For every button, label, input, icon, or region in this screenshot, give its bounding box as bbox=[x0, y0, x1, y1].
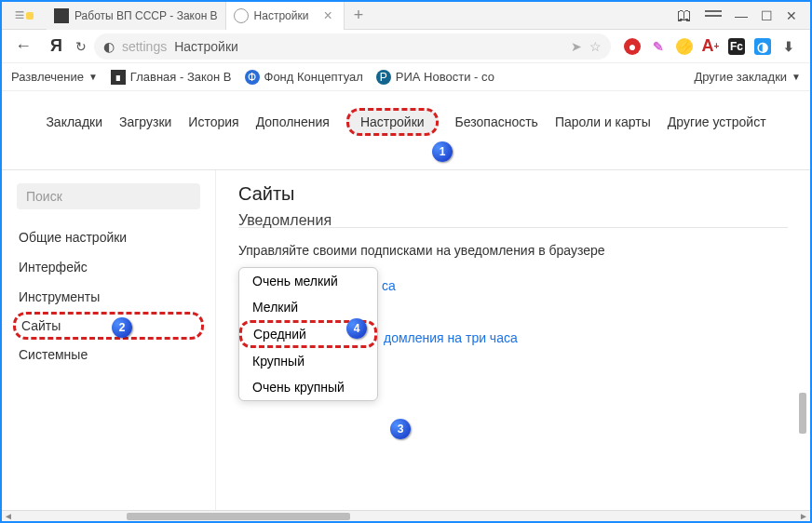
scroll-right-icon[interactable]: ► bbox=[797, 511, 810, 521]
font-option-very-large[interactable]: Очень крупный bbox=[239, 374, 377, 400]
omnibox-title: Настройки bbox=[174, 39, 238, 54]
sidebar-item-system[interactable]: Системные bbox=[2, 340, 215, 369]
navtab-settings[interactable]: Настройки bbox=[346, 108, 439, 136]
ext-shield-icon[interactable]: ◑ bbox=[754, 38, 771, 55]
tab-2-settings[interactable]: Настройки × bbox=[226, 2, 345, 30]
ext-icon-1[interactable]: ● bbox=[624, 38, 641, 55]
new-tab-button[interactable]: + bbox=[345, 6, 373, 25]
bookmark-2[interactable]: ∎ Главная - Закон В bbox=[111, 70, 232, 85]
bookmark-folder-1[interactable]: Развлечение▼ bbox=[11, 70, 98, 84]
sidebar-search[interactable]: Поиск bbox=[17, 183, 200, 209]
navtab-downloads[interactable]: Загрузки bbox=[119, 114, 171, 129]
bookmark2-favicon: ∎ bbox=[111, 70, 126, 85]
tab1-label: Работы ВП СССР - Закон В bbox=[74, 9, 218, 22]
annotation-marker-3: 3 bbox=[390, 419, 411, 439]
font-option-large[interactable]: Крупный bbox=[239, 348, 377, 374]
subsection-notifications: Уведомления bbox=[238, 212, 332, 228]
bookmarks-panel-icon[interactable]: 🕮 bbox=[677, 7, 692, 24]
downloads-icon[interactable]: ⬇ bbox=[780, 38, 797, 55]
section-description: Управляйте своими подписками на уведомле… bbox=[238, 243, 788, 258]
annotation-marker-2: 2 bbox=[112, 317, 132, 338]
send-icon[interactable]: ➤ bbox=[571, 39, 582, 54]
settings-main: Сайты Уведомления Управляйте своими подп… bbox=[216, 170, 810, 517]
bookmark3-favicon: Ф bbox=[245, 70, 260, 85]
sidebar-item-interface[interactable]: Интерфейс bbox=[2, 252, 215, 282]
font-option-very-small[interactable]: Очень мелкий bbox=[239, 268, 377, 294]
bookmark4-favicon: Р bbox=[376, 70, 391, 85]
minimize-button[interactable]: — bbox=[735, 8, 748, 23]
vertical-scrollbar[interactable] bbox=[799, 225, 810, 411]
horizontal-scrollbar[interactable]: ◄ ► bbox=[2, 510, 810, 521]
sidebar-item-tools[interactable]: Инструменты bbox=[2, 282, 215, 312]
link-fragment-2[interactable]: домления на три часа bbox=[384, 330, 518, 345]
extensions-row: ● ✎ ⚡ A+ Fc ◑ ⬇ bbox=[618, 38, 803, 55]
annotation-marker-1: 1 bbox=[432, 141, 453, 162]
close-button[interactable]: ✕ bbox=[786, 8, 797, 23]
navtab-bookmarks[interactable]: Закладки bbox=[46, 114, 102, 129]
bookmark-3[interactable]: Ф Фонд Концептуал bbox=[245, 70, 363, 85]
ext-feather-icon[interactable]: ✎ bbox=[650, 38, 667, 55]
navtab-addons[interactable]: Дополнения bbox=[256, 114, 330, 129]
annotation-marker-4: 4 bbox=[346, 318, 367, 339]
scroll-thumb[interactable] bbox=[127, 513, 350, 520]
navtab-passwords[interactable]: Пароли и карты bbox=[555, 114, 651, 129]
settings-nav-tabs: Закладки Загрузки История Дополнения Нас… bbox=[2, 91, 810, 169]
bookmark-star-icon[interactable]: ☆ bbox=[589, 39, 602, 54]
other-bookmarks[interactable]: Другие закладки▼ bbox=[694, 70, 801, 84]
tab-close-icon[interactable]: × bbox=[319, 7, 335, 24]
omnibox[interactable]: ◐ settings Настройки ➤ ☆ bbox=[94, 34, 611, 60]
app-menu-icon[interactable]: ≡ bbox=[2, 6, 47, 25]
bookmark-4[interactable]: Р РИА Новости - со bbox=[376, 70, 494, 85]
navtab-security[interactable]: Безопасность bbox=[455, 114, 538, 129]
bookmarks-bar: Развлечение▼ ∎ Главная - Закон В Ф Фонд … bbox=[2, 63, 810, 91]
link-fragment-1[interactable]: са bbox=[382, 278, 396, 293]
site-settings-icon[interactable]: ◐ bbox=[103, 39, 115, 54]
ext-flash-icon[interactable]: ⚡ bbox=[676, 38, 693, 55]
sidebar-item-general[interactable]: Общие настройки bbox=[2, 222, 215, 252]
tab1-favicon bbox=[54, 8, 69, 23]
address-bar: ← Я ↻ ◐ settings Настройки ➤ ☆ ● ✎ ⚡ A+ … bbox=[2, 30, 810, 63]
omnibox-host: settings bbox=[122, 39, 167, 54]
navtab-history[interactable]: История bbox=[188, 114, 238, 129]
settings-content: Поиск Общие настройки Интерфейс Инструме… bbox=[2, 169, 810, 517]
scroll-left-icon[interactable]: ◄ bbox=[2, 511, 15, 521]
settings-sidebar: Поиск Общие настройки Интерфейс Инструме… bbox=[2, 170, 216, 517]
history-lines-icon[interactable] bbox=[705, 15, 722, 17]
ext-A-icon[interactable]: A+ bbox=[702, 38, 719, 55]
ext-fc-icon[interactable]: Fc bbox=[728, 38, 745, 55]
sidebar-item-sites-label: Сайты bbox=[21, 318, 61, 333]
gear-icon bbox=[234, 8, 249, 23]
tab2-label: Настройки bbox=[254, 9, 309, 22]
font-option-small[interactable]: Мелкий bbox=[239, 294, 377, 320]
titlebar: ≡ Работы ВП СССР - Закон В Настройки × +… bbox=[2, 2, 810, 30]
reload-button[interactable]: ↻ bbox=[75, 39, 87, 54]
navtab-other-devices[interactable]: Другие устройст bbox=[668, 114, 766, 129]
back-button[interactable]: ← bbox=[9, 36, 37, 56]
maximize-button[interactable]: ☐ bbox=[761, 8, 773, 23]
sidebar-item-sites[interactable]: Сайты bbox=[13, 312, 204, 340]
yandex-logo[interactable]: Я bbox=[45, 36, 68, 56]
tab-1[interactable]: Работы ВП СССР - Закон В bbox=[47, 2, 226, 30]
section-heading: Сайты bbox=[238, 183, 788, 205]
